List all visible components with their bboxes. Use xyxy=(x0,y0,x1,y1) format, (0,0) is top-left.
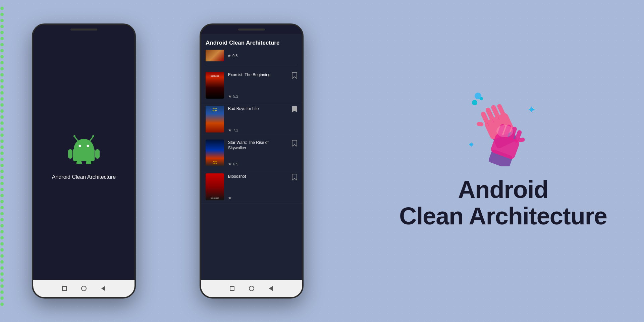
bottom-nav-right xyxy=(201,280,302,297)
splash-screen: Android Clean Architecture xyxy=(33,34,135,280)
divider-dot xyxy=(0,284,4,288)
svg-point-1 xyxy=(73,135,75,137)
divider-dot xyxy=(0,115,4,119)
movie-rating-exorcist: ★ 5.2 xyxy=(228,94,287,99)
splash-content: Android Clean Architecture xyxy=(33,34,135,280)
movie-rating-badboys: ★ 7.2 xyxy=(228,128,287,132)
nav-back-icon-right[interactable] xyxy=(268,285,274,291)
divider-dot xyxy=(0,31,4,34)
poster-badboys: BADBOYS xyxy=(206,106,224,132)
divider-dot xyxy=(0,55,4,58)
svg-point-13 xyxy=(475,93,481,99)
movie-info-starwars: Star Wars: The Rise of Skywalker ★ 6.5 xyxy=(228,140,287,166)
right-section: Android Clean Architecture xyxy=(335,0,644,322)
divider-dot xyxy=(0,43,4,46)
movie-screen-content: Android Clean Architecture ★ 0.8 xyxy=(201,34,302,280)
rating-value-badboys: 7.2 xyxy=(233,128,238,132)
nav-back-icon[interactable] xyxy=(100,285,106,291)
star-icon-exorcist: ★ xyxy=(228,94,232,99)
svg-rect-8 xyxy=(95,149,100,159)
movie-screen-header: Android Clean Architecture ★ 0.8 xyxy=(201,34,302,68)
divider-dot xyxy=(0,266,4,270)
svg-point-11 xyxy=(472,100,477,105)
divider-dot xyxy=(0,303,4,306)
left-phone-frame: Android Clean Architecture xyxy=(32,23,136,299)
rating-value-starwars: 6.5 xyxy=(233,162,238,166)
svg-point-5 xyxy=(79,145,81,147)
bookmark-exorcist[interactable] xyxy=(291,72,298,80)
divider-dot xyxy=(0,91,4,95)
divider-dot xyxy=(0,158,4,161)
divider-dot xyxy=(0,97,4,101)
movie-list: EXORCIST Exorcist: The Beginning ★ 5.2 xyxy=(201,68,302,280)
svg-rect-9 xyxy=(76,161,82,164)
movie-info-bloodshot: Bloodshot ★ xyxy=(228,173,287,200)
movie-item-bloodshot[interactable]: BLOODSHOT Bloodshot ★ xyxy=(201,170,302,204)
movie-info-badboys: Bad Boys for Life ★ 7.2 xyxy=(228,106,287,132)
divider-dot xyxy=(0,133,4,137)
divider-dot xyxy=(0,230,4,233)
bookmark-starwars[interactable] xyxy=(291,140,298,148)
svg-rect-10 xyxy=(86,161,91,164)
divider-dot xyxy=(0,152,4,155)
movie-title-starwars: Star Wars: The Rise of Skywalker xyxy=(228,140,287,151)
divider-dot xyxy=(0,109,4,113)
divider-dot xyxy=(0,260,4,264)
poster-starwars: STARWARS xyxy=(206,140,224,166)
movie-title-bloodshot: Bloodshot xyxy=(228,174,287,179)
android-robot-icon xyxy=(67,134,101,164)
splash-title: Android Clean Architecture xyxy=(52,174,116,180)
movie-item-badboys[interactable]: BADBOYS Bad Boys for Life ★ 7.2 xyxy=(201,102,302,136)
bookmark-bloodshot[interactable] xyxy=(291,173,298,182)
divider-dot xyxy=(0,61,4,64)
svg-line-0 xyxy=(74,137,78,141)
nav-circle-icon-right[interactable] xyxy=(249,285,255,291)
divider-dot xyxy=(0,67,4,70)
divider-dot xyxy=(0,254,4,258)
movie-item-exorcist[interactable]: EXORCIST Exorcist: The Beginning ★ 5.2 xyxy=(201,68,302,102)
divider-dot xyxy=(0,278,4,282)
divider-dot xyxy=(0,73,4,76)
bookmark-badboys[interactable] xyxy=(291,106,298,114)
svg-point-6 xyxy=(87,145,89,147)
big-title: Android Clean Architecture xyxy=(399,176,607,229)
divider-dot xyxy=(0,85,4,89)
svg-point-39 xyxy=(496,125,513,137)
phone-speaker-left xyxy=(70,29,97,31)
divider-dot xyxy=(0,200,4,203)
movie-item-starwars[interactable]: STARWARS Star Wars: The Rise of Skywalke… xyxy=(201,136,302,170)
divider-dot xyxy=(0,25,4,28)
star-icon-badboys: ★ xyxy=(228,128,232,132)
movie-rating-bloodshot: ★ xyxy=(228,196,287,200)
right-content: Android Clean Architecture xyxy=(372,93,607,229)
divider-dot xyxy=(0,224,4,227)
right-phone-frame: Android Clean Architecture ★ 0.8 xyxy=(200,23,304,299)
middle-section: Android Clean Architecture ★ 0.8 xyxy=(168,0,335,322)
divider-dot xyxy=(0,218,4,221)
divider-dot xyxy=(0,242,4,246)
divider-dot xyxy=(0,7,4,10)
nav-circle-icon[interactable] xyxy=(81,285,87,291)
divider-dot xyxy=(0,206,4,209)
divider-dot xyxy=(0,146,4,149)
star-icon-starwars: ★ xyxy=(228,162,232,166)
phone-top-bar-left xyxy=(33,25,135,34)
featured-movie-row[interactable]: ★ 0.8 xyxy=(206,50,298,65)
divider-dot xyxy=(0,176,4,179)
divider-dot xyxy=(0,121,4,125)
phone-speaker-right xyxy=(238,29,265,31)
featured-thumbnail xyxy=(206,50,224,61)
left-section: Android Clean Architecture xyxy=(0,0,168,322)
nav-square-icon[interactable] xyxy=(61,285,67,291)
movie-rating-starwars: ★ 6.5 xyxy=(228,162,287,166)
featured-rating: ★ 0.8 xyxy=(227,53,237,58)
movie-list-screen: Android Clean Architecture ★ 0.8 xyxy=(201,34,302,280)
divider-dot xyxy=(0,127,4,131)
nav-square-icon-right[interactable] xyxy=(229,285,235,291)
divider-dot xyxy=(0,182,4,185)
divider-dot xyxy=(0,140,4,143)
divider-dot xyxy=(0,194,4,197)
dotted-divider xyxy=(0,0,4,322)
big-title-line2: Clean Architecture xyxy=(399,203,607,229)
svg-rect-7 xyxy=(68,149,72,159)
